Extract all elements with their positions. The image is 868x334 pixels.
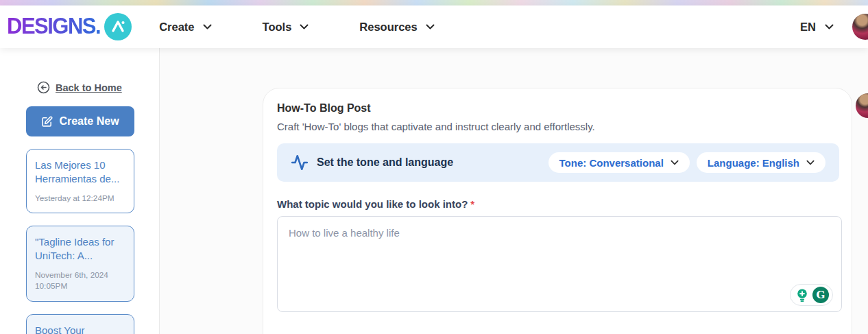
user-avatar[interactable] <box>852 14 868 40</box>
edit-icon <box>41 116 53 128</box>
tone-bar-label: Set the tone and language <box>317 156 453 169</box>
profile-avatar-peek[interactable] <box>856 93 868 118</box>
history-item-title: Boost Your Productivity: Sign... <box>35 324 125 334</box>
nav-item-tools[interactable]: Tools <box>263 21 309 34</box>
designsai-logo-mark-icon <box>104 13 132 40</box>
lightbulb-icon <box>795 287 810 302</box>
main-nav: Create Tools Resources <box>159 21 435 34</box>
nav-item-resources[interactable]: Resources <box>359 21 434 34</box>
back-to-home-link[interactable]: Back to Home <box>37 81 133 94</box>
page-title: How-To Blog Post <box>277 102 839 115</box>
designsai-logo[interactable]: DESIGNS. <box>7 13 132 40</box>
grammarly-g-icon: G <box>812 287 829 303</box>
history-item-title: Las Mejores 10 Herramientas de... <box>35 158 125 187</box>
chevron-down-icon <box>825 24 834 29</box>
logo-wordmark: DESIGNS. <box>7 14 100 40</box>
chevron-down-icon <box>426 24 435 29</box>
chevron-down-icon <box>300 24 309 29</box>
blog-post-form-panel: How-To Blog Post Craft 'How-To' blogs th… <box>263 88 852 334</box>
history-item[interactable]: Las Mejores 10 Herramientas de... Yester… <box>26 149 134 213</box>
topic-question-text: What topic would you like to look into? <box>277 198 468 210</box>
nav-item-create[interactable]: Create <box>159 21 211 34</box>
create-new-label: Create New <box>59 115 119 128</box>
topic-question-label: What topic would you like to look into?* <box>277 198 839 210</box>
chevron-down-icon <box>671 160 679 165</box>
nav-item-label: Tools <box>263 21 292 34</box>
grammarly-widget: G <box>790 284 833 306</box>
nav-item-label: Resources <box>359 21 417 34</box>
history-item[interactable]: "Tagline Ideas for UniTech: A... Novembe… <box>26 226 134 302</box>
history-item-timestamp: Yesterday at 12:24PM <box>35 193 125 204</box>
content-area: How-To Blog Post Craft 'How-To' blogs th… <box>160 48 868 334</box>
activity-pulse-icon <box>291 154 309 171</box>
back-to-home-label: Back to Home <box>56 82 122 93</box>
language-code: EN <box>800 21 816 34</box>
history-sidebar: Back to Home Create New Las Mejores 10 H… <box>0 48 160 334</box>
tone-dropdown-value: Tone: Conversational <box>559 157 664 169</box>
nav-item-label: Create <box>159 21 194 34</box>
history-item-timestamp: November 6th, 2024 10:05PM <box>35 270 125 292</box>
grammarly-suggestions-button[interactable] <box>794 287 810 303</box>
language-dropdown-value: Language: English <box>708 157 799 169</box>
page-description: Craft 'How-To' blogs that captivate and … <box>277 121 839 132</box>
tone-dropdown[interactable]: Tone: Conversational <box>548 152 690 173</box>
page-body: Back to Home Create New Las Mejores 10 H… <box>0 48 868 334</box>
topic-input[interactable] <box>277 216 842 312</box>
required-asterisk: * <box>470 198 474 210</box>
chevron-down-icon <box>203 24 212 29</box>
tone-language-bar: Set the tone and language Tone: Conversa… <box>277 143 839 182</box>
language-selector[interactable]: EN <box>800 21 834 34</box>
language-dropdown[interactable]: Language: English <box>697 152 825 173</box>
holographic-banner-strip <box>0 0 868 5</box>
top-navbar: DESIGNS. Create Tools Resources EN <box>0 5 868 48</box>
create-new-button[interactable]: Create New <box>26 106 134 136</box>
grammarly-logo-button[interactable]: G <box>812 287 829 303</box>
history-item-title: "Tagline Ideas for UniTech: A... <box>35 235 125 263</box>
tone-bar-dropdowns: Tone: Conversational Language: English <box>548 152 825 173</box>
history-item[interactable]: Boost Your Productivity: Sign... <box>26 314 134 334</box>
topic-input-wrapper: G <box>277 216 842 315</box>
arrow-left-circle-icon <box>37 81 50 94</box>
chevron-down-icon <box>806 160 815 165</box>
